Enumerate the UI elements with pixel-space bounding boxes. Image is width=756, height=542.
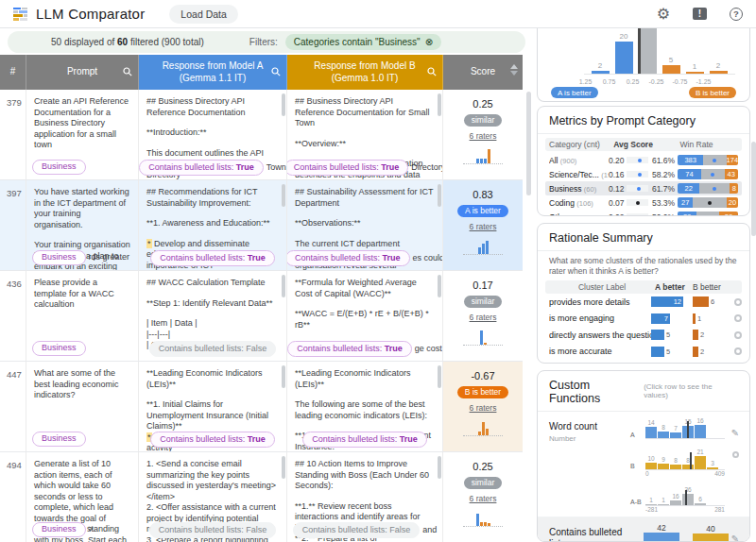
- column-header-score[interactable]: Score: [443, 55, 523, 90]
- distribution-bin: μ=0.12: [637, 25, 658, 74]
- cell-scrollbar[interactable]: [282, 275, 285, 297]
- feedback-icon[interactable]: !: [693, 8, 707, 20]
- rationale-row[interactable]: provides more details126: [538, 294, 749, 311]
- table-row[interactable]: 397You have started working in the ICT d…: [0, 180, 523, 271]
- win-b-segment: 28: [719, 212, 738, 216]
- paragraph-gap: [295, 421, 435, 431]
- column-header-prompt[interactable]: Prompt: [26, 55, 139, 90]
- prompt-cell[interactable]: Generate a list of 10 action items, each…: [26, 452, 139, 542]
- legend-b-is-better[interactable]: B is better: [689, 87, 736, 98]
- metrics-row[interactable]: Science/Tec... (190)0.1658.2%7443: [545, 167, 742, 181]
- search-icon[interactable]: [427, 67, 437, 80]
- bulleted-lists-chip[interactable]: Contains bulleted lists: True: [287, 341, 412, 358]
- paragraph-gap: [295, 129, 435, 139]
- similar-search-icon[interactable]: [734, 314, 742, 322]
- column-header-num[interactable]: #: [0, 55, 26, 90]
- prompt-cell[interactable]: Please provide a template for a WACC cal…: [26, 271, 139, 361]
- legend-a-is-better[interactable]: A is better: [551, 87, 598, 98]
- prompt-cell[interactable]: You have started working in the ICT depa…: [26, 180, 139, 270]
- cell-scrollbar[interactable]: [438, 275, 441, 297]
- similar-search-icon[interactable]: [734, 298, 742, 306]
- rationale-row[interactable]: directly answers the question52: [538, 327, 749, 344]
- cell-scrollbar[interactable]: [438, 184, 441, 207]
- edit-function-icon[interactable]: ✎: [731, 534, 739, 542]
- active-filter-chip[interactable]: Categories contain "Business" ⊗: [285, 34, 441, 50]
- search-icon[interactable]: [123, 67, 132, 80]
- category-tag[interactable]: Business: [32, 341, 86, 357]
- bulleted-lists-chip[interactable]: Contains bulleted lists: False: [149, 341, 277, 358]
- histogram-bar: 1: [658, 504, 669, 505]
- cell-scrollbar[interactable]: [438, 456, 441, 479]
- sort-icons[interactable]: [510, 64, 518, 76]
- bulleted-lists-chip[interactable]: Contains bulleted lists: True: [139, 160, 264, 177]
- response-a-cell[interactable]: ## Business Directory API Reference Docu…: [139, 90, 287, 179]
- raters-link[interactable]: 6 raters: [443, 313, 523, 322]
- prompt-cell[interactable]: Create an API Reference Documentation fo…: [26, 90, 139, 179]
- raters-link[interactable]: 6 raters: [443, 403, 523, 413]
- prompt-cell[interactable]: What are some of the best leading econom…: [26, 362, 139, 451]
- table-row[interactable]: 447What are some of the best leading eco…: [0, 362, 523, 452]
- similar-search-icon[interactable]: [734, 331, 742, 339]
- distribution-bar: [710, 71, 728, 74]
- raters-link[interactable]: 6 raters: [443, 222, 523, 231]
- raters-link[interactable]: 6 raters: [443, 494, 523, 503]
- rationale-row[interactable]: is more accurate52: [538, 344, 749, 361]
- response-a-cell[interactable]: 1. <Send a concise email summarizing the…: [139, 452, 287, 542]
- help-icon[interactable]: ?: [730, 8, 743, 21]
- response-a-cell[interactable]: ## WACC Calculation Template**Step 1: Id…: [139, 271, 287, 361]
- bulleted-lists-chip[interactable]: Contains bulleted lists: True: [302, 432, 427, 449]
- metrics-row[interactable]: Business (60)0.1261.7%228: [545, 181, 742, 195]
- cell-scrollbar[interactable]: [438, 365, 441, 388]
- metrics-row[interactable]: Coding (106)0.0753.3%2720: [545, 195, 742, 210]
- similar-search-icon[interactable]: [734, 347, 742, 355]
- metrics-row[interactable]: All (900)0.2061.6%383174: [545, 153, 742, 167]
- raters-link[interactable]: 6 raters: [443, 131, 523, 141]
- cell-scrollbar[interactable]: [438, 93, 441, 116]
- table-row[interactable]: 494Generate a list of 10 action items, e…: [0, 452, 523, 542]
- column-header-model-a[interactable]: Response from Model A(Gemma 1.1 IT): [139, 55, 287, 90]
- load-data-button[interactable]: Load Data: [169, 5, 237, 24]
- metrics-row[interactable]: Other (89)0.0250.0%2828: [545, 210, 742, 216]
- bulleted-lists-chip[interactable]: Contains bulleted lists: True: [150, 432, 275, 449]
- response-b-cell[interactable]: **Leading Economic Indicators (LEIs)**Th…: [287, 362, 443, 451]
- custom-function-row[interactable]: Word countNumberA14871516B109882130409A-…: [538, 412, 749, 517]
- bulleted-lists-chip[interactable]: Contains bulleted lists: True: [287, 160, 408, 177]
- bulleted-lists-chip[interactable]: Contains bulleted lists: True: [287, 250, 410, 267]
- category-tag[interactable]: Business: [32, 250, 86, 266]
- rationale-row[interactable]: is more engaging71: [538, 311, 749, 328]
- a-better-bar-zone: 12: [651, 296, 693, 307]
- column-header-model-b[interactable]: Response from Model B(Gemma 1.0 IT): [287, 55, 443, 90]
- remove-filter-icon[interactable]: ⊗: [425, 37, 433, 47]
- bulleted-lists-chip[interactable]: Contains bulleted lists: False: [293, 522, 421, 539]
- settings-icon[interactable]: ⚙: [657, 7, 670, 22]
- category-tag[interactable]: Business: [32, 160, 86, 176]
- panel-scrollbar[interactable]: [751, 28, 756, 542]
- search-icon[interactable]: [271, 67, 281, 80]
- response-b-cell[interactable]: ## Sustainability Assessment for ICT Dep…: [287, 180, 443, 270]
- response-b-cell[interactable]: **Formula for Weighted Average Cost of C…: [287, 271, 443, 361]
- bulleted-lists-chip[interactable]: Contains bulleted lists: True: [150, 250, 275, 267]
- table-row[interactable]: 379Create an API Reference Documentation…: [0, 90, 523, 180]
- cell-scrollbar[interactable]: [282, 456, 285, 479]
- distribution-bin: 5: [661, 56, 681, 74]
- category-tag[interactable]: Business: [32, 522, 86, 538]
- table-row[interactable]: 436Please provide a template for a WACC …: [0, 271, 523, 362]
- response-a-cell[interactable]: ## Recommendations for ICT Sustainabilit…: [139, 180, 287, 270]
- function-name: Word count: [549, 421, 630, 432]
- response-text-line: ## Sustainability Assessment for ICT Dep…: [295, 187, 435, 209]
- custom-function-row[interactable]: Contains bulleted listsBoolean42A40B✎: [538, 517, 749, 542]
- edit-function-icon[interactable]: ✎: [731, 429, 739, 438]
- metric-count: (900): [560, 157, 577, 165]
- response-b-cell[interactable]: ## Business Directory API Reference Docu…: [287, 90, 443, 179]
- cell-scrollbar[interactable]: [282, 365, 285, 388]
- bulleted-lists-chip[interactable]: Contains bulleted lists: False: [149, 522, 277, 539]
- rationale-row[interactable]: is better structured31: [538, 360, 749, 364]
- response-a-cell[interactable]: **Leading Economic Indicators (LEIs)****…: [139, 362, 287, 451]
- category-tag[interactable]: Business: [32, 432, 86, 448]
- table-scrollbar[interactable]: [526, 90, 531, 542]
- function-target-icon[interactable]: [732, 451, 739, 458]
- response-overflow-text: Town: [266, 162, 286, 174]
- response-b-cell[interactable]: ## 10 Action Items to Improve Standing w…: [287, 452, 443, 542]
- cell-scrollbar[interactable]: [282, 93, 285, 116]
- cell-scrollbar[interactable]: [282, 184, 285, 207]
